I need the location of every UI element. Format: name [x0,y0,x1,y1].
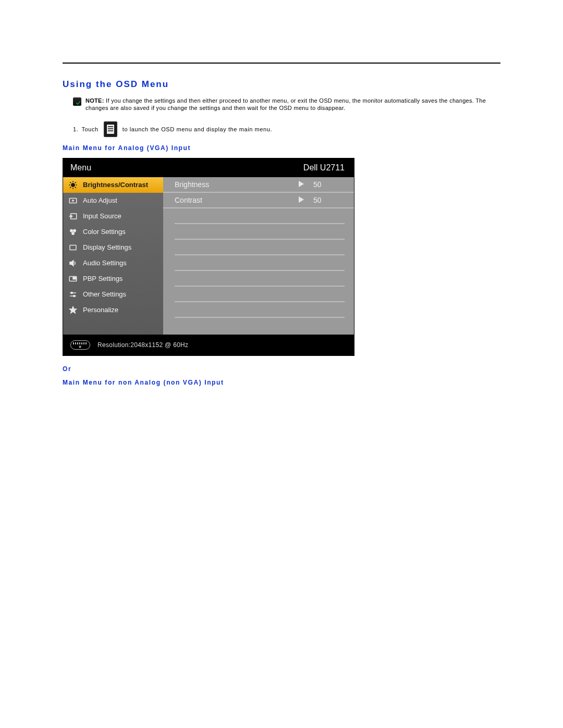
osd-sidebar: Brightness/Contrast Auto Adjust [63,177,163,335]
osd-sidebar-label: PBP Settings [83,275,123,282]
osd-status-text: Resolution:2048x1152 @ 60Hz [97,341,188,349]
note-text: NOTE: If you change the settings and the… [85,97,500,112]
osd-row-value: 50 [313,180,345,189]
svg-line-8 [75,182,76,183]
svg-point-0 [71,183,75,187]
star-icon [68,305,78,315]
step-1-after: to launch the OSD menu and display the m… [123,126,272,132]
chevron-right-icon [299,180,313,189]
osd-sidebar-item-input-source[interactable]: Input Source [63,208,163,224]
svg-point-16 [71,232,75,235]
svg-marker-26 [299,181,304,187]
note-row: NOTE: If you change the settings and the… [73,97,500,112]
osd-sidebar-item-brightness-contrast[interactable]: Brightness/Contrast [63,177,163,193]
osd-row-value: 50 [313,196,345,204]
svg-marker-25 [69,306,77,313]
audio-settings-icon [68,258,78,268]
subheading-analog: Main Menu for Analog (VGA) Input [63,144,500,152]
menu-button-icon [104,121,117,137]
osd-sidebar-item-audio-settings[interactable]: Audio Settings [63,255,163,271]
osd-empty-row [175,318,345,324]
osd-sidebar-label: Input Source [83,212,121,220]
osd-empty-row [175,271,345,287]
pbp-settings-icon [68,274,78,283]
osd-empty-row [175,255,345,271]
section-heading: Using the OSD Menu [63,79,500,90]
chevron-right-icon [299,196,313,204]
svg-rect-17 [70,245,76,250]
osd-row-label: Contrast [175,196,299,204]
osd-empty-row [175,240,345,255]
osd-sidebar-label: Brightness/Contrast [83,181,148,189]
osd-empty-row [175,302,345,318]
osd-title: Menu [70,163,91,172]
step-1: 1. Touch to launch the OSD menu and disp… [73,121,500,137]
energy-star-icon [70,340,90,350]
osd-row-label: Brightness [175,180,299,189]
osd-menu: Menu Dell U2711 Brightness/Contras [63,158,354,356]
osd-sidebar-label: Personalize [83,306,118,314]
svg-line-6 [75,187,76,188]
other-settings-icon [68,290,78,299]
osd-sidebar-label: Audio Settings [83,259,127,267]
osd-sidebar-label: Other Settings [83,290,126,298]
svg-marker-27 [299,196,304,203]
brightness-icon [68,180,78,190]
svg-line-7 [70,187,71,188]
svg-line-5 [70,182,71,183]
osd-row-contrast[interactable]: Contrast 50 [163,193,354,208]
osd-detail-pane: Brightness 50 Contrast 50 [163,177,354,335]
svg-point-14 [70,229,73,232]
osd-sidebar-item-pbp-settings[interactable]: PBP Settings [63,271,163,287]
osd-sidebar-label: Display Settings [83,243,131,251]
svg-marker-18 [70,260,74,266]
svg-point-15 [73,229,76,232]
note-label: NOTE: [85,97,104,104]
display-settings-icon [68,243,78,252]
osd-status-bar: Resolution:2048x1152 @ 60Hz [63,335,354,355]
svg-point-24 [74,295,75,297]
osd-titlebar: Menu Dell U2711 [63,158,354,177]
osd-sidebar-label: Auto Adjust [83,196,117,204]
horizontal-rule [63,63,500,64]
osd-sidebar-item-display-settings[interactable]: Display Settings [63,240,163,255]
svg-point-22 [71,292,72,293]
osd-sidebar-item-personalize[interactable]: Personalize [63,302,163,318]
osd-empty-row [175,287,345,302]
osd-sidebar-item-auto-adjust[interactable]: Auto Adjust [63,193,163,208]
osd-sidebar-item-other-settings[interactable]: Other Settings [63,287,163,302]
input-source-icon [68,212,78,221]
osd-sidebar-label: Color Settings [83,228,126,236]
osd-model: Dell U2711 [303,163,345,172]
osd-sidebar-item-color-settings[interactable]: Color Settings [63,224,163,240]
svg-rect-20 [73,277,76,279]
color-settings-icon [68,227,78,237]
step-1-number: 1. [73,126,78,132]
note-check-icon [73,97,81,106]
osd-empty-row [175,208,345,224]
osd-empty-row [175,224,345,240]
note-body: If you change the settings and then eith… [85,97,486,111]
subheading-non-analog: Main Menu for non Analog (non VGA) Input [63,379,500,386]
osd-row-brightness[interactable]: Brightness 50 [163,177,354,193]
or-label: Or [63,365,500,373]
auto-adjust-icon [68,196,78,205]
step-1-before: Touch [81,126,98,132]
